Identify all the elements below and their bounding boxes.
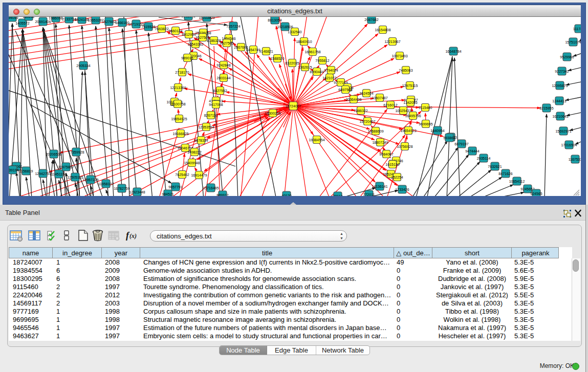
svg-text:1342055: 1342055 bbox=[403, 101, 417, 104]
svg-text:11451194: 11451194 bbox=[51, 172, 67, 176]
svg-text:7632621: 7632621 bbox=[488, 165, 502, 168]
svg-text:889912: 889912 bbox=[216, 193, 228, 196]
svg-text:1640954: 1640954 bbox=[430, 129, 444, 133]
svg-text:1621072: 1621072 bbox=[322, 76, 336, 80]
svg-text:18100758: 18100758 bbox=[169, 102, 185, 106]
svg-text:16782759: 16782759 bbox=[114, 187, 129, 190]
svg-text:3624554: 3624554 bbox=[359, 92, 373, 95]
svg-text:12095873: 12095873 bbox=[552, 84, 568, 87]
svg-text:12213369: 12213369 bbox=[170, 86, 186, 90]
svg-text:772011: 772011 bbox=[363, 193, 375, 196]
svg-text:18640910: 18640910 bbox=[296, 40, 312, 43]
svg-text:1615132: 1615132 bbox=[385, 163, 399, 166]
svg-text:9794024: 9794024 bbox=[324, 69, 338, 72]
svg-text:14136141: 14136141 bbox=[372, 185, 387, 188]
svg-text:9115460: 9115460 bbox=[419, 106, 432, 110]
svg-text:10688609: 10688609 bbox=[367, 129, 383, 133]
svg-text:7386322: 7386322 bbox=[354, 109, 367, 113]
svg-text:18724007: 18724007 bbox=[285, 104, 301, 108]
svg-text:7515526: 7515526 bbox=[141, 25, 155, 29]
svg-text:194055: 194055 bbox=[9, 17, 18, 19]
svg-text:8990444: 8990444 bbox=[310, 70, 323, 74]
svg-text:19384554: 19384554 bbox=[309, 138, 324, 142]
svg-text:8912954: 8912954 bbox=[182, 33, 195, 36]
svg-text:6897568: 6897568 bbox=[338, 88, 352, 92]
svg-text:9242848: 9242848 bbox=[216, 63, 230, 67]
svg-text:9146821: 9146821 bbox=[259, 50, 273, 53]
svg-text:10653287: 10653287 bbox=[88, 18, 103, 22]
svg-text:989016: 989016 bbox=[181, 56, 193, 60]
svg-text:11958107: 11958107 bbox=[98, 182, 114, 186]
svg-text:2803144: 2803144 bbox=[216, 76, 230, 80]
svg-text:1156819: 1156819 bbox=[19, 169, 33, 173]
svg-text:19654925: 19654925 bbox=[171, 117, 187, 121]
svg-text:16961758: 16961758 bbox=[304, 50, 320, 54]
svg-text:18807249: 18807249 bbox=[372, 141, 388, 144]
svg-text:9527505: 9527505 bbox=[220, 41, 233, 45]
svg-text:8267110: 8267110 bbox=[204, 114, 218, 117]
svg-text:6466160: 6466160 bbox=[115, 21, 129, 25]
svg-text:9857791: 9857791 bbox=[168, 185, 182, 189]
svg-text:12975115: 12975115 bbox=[402, 84, 418, 87]
svg-text:12942757: 12942757 bbox=[35, 172, 51, 176]
svg-text:7357224: 7357224 bbox=[226, 25, 240, 28]
svg-text:20364436: 20364436 bbox=[345, 98, 361, 101]
svg-text:16495796: 16495796 bbox=[405, 114, 421, 118]
svg-text:17359928: 17359928 bbox=[68, 150, 84, 154]
svg-text:12213967: 12213967 bbox=[384, 40, 400, 43]
svg-text:8471626: 8471626 bbox=[498, 172, 512, 176]
svg-text:16914479: 16914479 bbox=[191, 173, 207, 177]
svg-text:924565: 924565 bbox=[530, 192, 542, 195]
svg-text:16154808: 16154808 bbox=[375, 28, 390, 32]
svg-text:8427552: 8427552 bbox=[213, 89, 227, 93]
svg-text:15720407: 15720407 bbox=[359, 120, 375, 123]
svg-text:7663822: 7663822 bbox=[155, 27, 168, 31]
svg-text:1527602: 1527602 bbox=[102, 20, 116, 24]
svg-text:17016504: 17016504 bbox=[561, 143, 577, 147]
svg-text:15409948: 15409948 bbox=[184, 161, 200, 165]
svg-text:8322035: 8322035 bbox=[285, 61, 299, 65]
svg-text:9227342: 9227342 bbox=[555, 70, 569, 73]
svg-text:2718170: 2718170 bbox=[175, 71, 189, 74]
svg-text:12353594: 12353594 bbox=[198, 125, 214, 129]
svg-text:17957225: 17957225 bbox=[82, 178, 98, 182]
svg-text:12505135: 12505135 bbox=[67, 176, 83, 179]
svg-text:7955812: 7955812 bbox=[315, 59, 329, 62]
svg-text:30975867: 30975867 bbox=[58, 165, 74, 169]
svg-text:1405572: 1405572 bbox=[15, 21, 29, 25]
svg-text:6879197: 6879197 bbox=[454, 142, 468, 146]
svg-text:10654112: 10654112 bbox=[509, 180, 525, 183]
svg-text:9699695: 9699695 bbox=[419, 122, 432, 126]
svg-text:(x): (x) bbox=[129, 232, 137, 239]
svg-text:19218506: 19218506 bbox=[277, 25, 293, 29]
svg-text:16543382: 16543382 bbox=[187, 42, 203, 46]
svg-text:12923448: 12923448 bbox=[129, 190, 145, 194]
svg-text:20206536: 20206536 bbox=[46, 152, 61, 156]
svg-text:8878334: 8878334 bbox=[194, 139, 208, 142]
svg-text:1588520: 1588520 bbox=[270, 57, 284, 60]
svg-text:984521: 984521 bbox=[162, 192, 173, 196]
svg-text:8186328: 8186328 bbox=[207, 39, 221, 42]
svg-text:3498222: 3498222 bbox=[187, 150, 201, 154]
svg-text:939194: 939194 bbox=[9, 168, 19, 172]
svg-text:16648784: 16648784 bbox=[445, 50, 461, 53]
svg-text:20691406: 20691406 bbox=[35, 20, 51, 24]
svg-text:9529966: 9529966 bbox=[560, 55, 574, 59]
svg-text:593861: 593861 bbox=[443, 136, 455, 140]
svg-text:19654923: 19654923 bbox=[400, 129, 416, 133]
svg-text:9084067: 9084067 bbox=[379, 152, 393, 156]
svg-text:2905334: 2905334 bbox=[76, 64, 90, 68]
svg-text:1362615: 1362615 bbox=[298, 65, 312, 69]
svg-text:8813054: 8813054 bbox=[268, 18, 281, 22]
svg-text:2935114: 2935114 bbox=[477, 157, 491, 160]
svg-text:1986098: 1986098 bbox=[49, 17, 62, 20]
svg-text:40120: 40120 bbox=[281, 194, 292, 196]
svg-text:1244413: 1244413 bbox=[552, 99, 566, 103]
svg-text:16033809: 16033809 bbox=[199, 17, 214, 19]
svg-text:10607487: 10607487 bbox=[372, 96, 387, 100]
svg-text:8454749: 8454749 bbox=[246, 48, 260, 52]
svg-text:8524108: 8524108 bbox=[75, 18, 89, 21]
svg-text:9660124: 9660124 bbox=[168, 29, 182, 33]
svg-text:15716485: 15716485 bbox=[203, 186, 219, 190]
svg-text:15692971: 15692971 bbox=[555, 129, 571, 133]
